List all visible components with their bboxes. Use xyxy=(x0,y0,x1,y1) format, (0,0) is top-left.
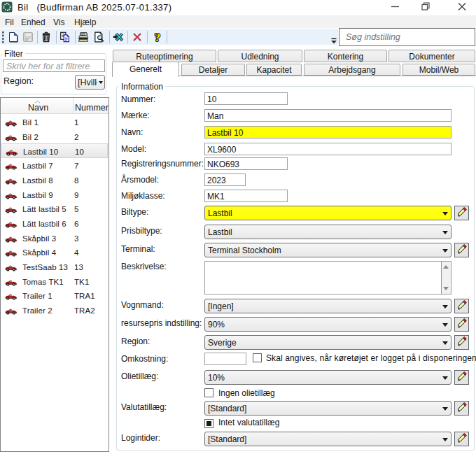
svg-text:?: ? xyxy=(155,31,161,43)
